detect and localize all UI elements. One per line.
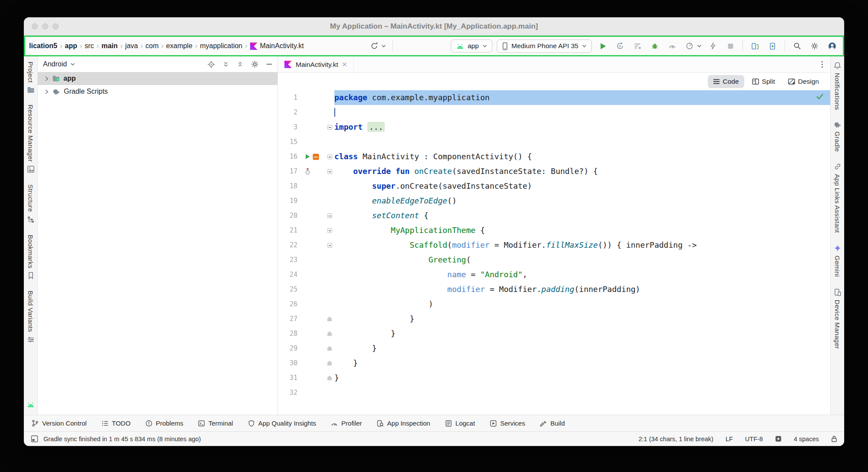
tool-button-build-variants[interactable]: Build Variants [27,291,35,344]
fold-marker[interactable] [325,311,334,326]
fold-open-icon[interactable] [327,169,332,174]
fold-close-icon[interactable] [327,361,332,366]
fold-open-icon[interactable] [327,125,332,130]
code-line[interactable]: 24 name = "Android", [278,267,830,282]
hide-icon[interactable] [266,63,272,65]
code-line[interactable]: 16<>class MainActivity : ComponentActivi… [278,149,830,164]
code-line[interactable]: 22 Scaffold(modifier = Modifier.fillMaxS… [278,238,830,252]
code-line[interactable]: 3import ... [278,120,830,134]
tool-button-gemini[interactable]: Gemini [834,244,842,277]
tool-button-gradle[interactable]: Gradle [833,121,842,152]
breadcrumb-item[interactable]: lication5 [27,41,59,51]
code-line[interactable]: 28 } [278,326,830,341]
fold-marker[interactable] [325,370,334,385]
tree-node-gradle-scripts[interactable]: Gradle Scripts [38,85,277,98]
minimize-window-button[interactable] [42,23,48,30]
fold-open-icon[interactable] [327,243,332,248]
debug-button[interactable] [648,39,661,52]
project-view-selector[interactable]: Android [43,60,75,68]
code-line[interactable]: 32 [278,385,830,400]
fold-close-icon[interactable] [327,331,332,336]
tool-window-button-build[interactable]: Build [540,420,564,427]
fold-open-icon[interactable] [327,213,332,218]
tool-button-bookmarks[interactable]: Bookmarks [27,235,34,280]
tool-button-resource-manager[interactable]: Resource Manager [27,105,35,173]
chevron-down-icon[interactable] [381,39,387,52]
code-editor[interactable]: 1package com.example.myapplication23impo… [278,90,830,415]
android-strip-button[interactable] [26,401,35,408]
tool-window-button-terminal[interactable]: Terminal [198,420,233,427]
readonly-lock[interactable] [831,435,837,442]
fold-open-icon[interactable] [327,154,332,159]
fold-marker[interactable] [325,341,334,356]
override-icon[interactable] [305,168,310,175]
run-icon[interactable] [305,154,310,160]
code-line[interactable]: 30 } [278,356,830,370]
tool-button-structure[interactable]: Structure [27,184,35,223]
tool-windows-icon[interactable] [31,435,38,442]
breadcrumb-item[interactable]: example [165,41,194,51]
tool-button-device-manager[interactable]: Device Manager [834,288,842,349]
running-devices-button[interactable] [766,39,779,52]
more-options-icon[interactable] [819,56,825,72]
line-separator[interactable]: LF [726,436,733,442]
search-everywhere-button[interactable] [791,39,804,52]
inspection-check-icon[interactable] [816,94,823,99]
profiler-button[interactable] [683,39,696,52]
run-button[interactable] [596,39,609,52]
code-line[interactable]: 15 [278,134,830,149]
view-mode-code[interactable]: Code [708,75,744,88]
breadcrumb-item[interactable]: app [63,41,79,51]
indent-style[interactable]: 4 spaces [794,436,819,442]
tool-button-notifications[interactable]: Notifications [834,62,841,110]
tool-window-button-app-inspection[interactable]: App Inspection [377,420,430,427]
breadcrumb-item[interactable]: myapplication [198,41,244,51]
breadcrumb-item[interactable]: src [83,41,96,51]
fold-close-icon[interactable] [327,376,332,380]
sync-project-button[interactable] [368,39,381,52]
account-button[interactable] [825,39,838,52]
close-window-button[interactable] [32,23,38,30]
fold-marker[interactable] [325,120,334,134]
editor-tab[interactable]: MainActivity.kt [278,56,354,72]
tool-window-button-todo[interactable]: TODO [102,420,131,427]
close-tab-icon[interactable] [342,62,347,67]
run-config-dropdown[interactable]: app [451,39,492,52]
profile-low-overhead-button[interactable] [706,39,719,52]
status-indicator[interactable] [775,436,782,442]
apply-changes-button[interactable] [614,39,627,52]
tool-window-button-profiler[interactable]: Profiler [331,420,362,427]
tool-window-button-services[interactable]: Services [490,420,525,427]
fold-marker[interactable] [325,238,334,252]
view-mode-split[interactable]: Split [747,75,780,88]
expand-all-icon[interactable] [222,61,229,68]
device-selector-dropdown[interactable]: Medium Phone API 35 [497,39,592,53]
settings-gear-icon[interactable] [251,60,259,68]
fold-marker[interactable] [325,164,334,179]
breadcrumb-item[interactable]: com [144,41,160,51]
code-line[interactable]: 27 } [278,311,830,326]
fold-close-icon[interactable] [327,317,332,321]
breadcrumb-item[interactable]: java [123,41,139,51]
stop-button[interactable] [724,39,737,52]
file-encoding[interactable]: UTF-8 [745,436,763,442]
fold-close-icon[interactable] [327,346,332,351]
tool-button-app-links-assistant[interactable]: App Links Assistant [834,163,842,233]
tool-button-project[interactable]: Project [27,62,35,93]
caret-position[interactable]: 2:1 (34 chars, 1 line break) [638,436,713,442]
locate-icon[interactable] [208,61,215,68]
code-line[interactable]: 31} [278,370,830,385]
fold-marker[interactable] [325,356,334,370]
code-line[interactable]: 1package com.example.myapplication [278,90,830,105]
collapse-all-icon[interactable] [237,61,244,68]
fold-marker[interactable] [325,223,334,238]
code-line[interactable]: 2 [278,105,830,120]
view-mode-design[interactable]: Design [783,75,824,88]
tool-window-button-problems[interactable]: Problems [145,420,183,427]
fold-marker[interactable] [325,208,334,223]
code-line[interactable]: 19 enableEdgeToEdge() [278,193,830,208]
tool-window-button-version-control[interactable]: Version Control [32,420,87,427]
tool-window-button-app-quality-insights[interactable]: App Quality Insights [248,420,316,427]
device-mirroring-button[interactable] [749,39,762,52]
zoom-window-button[interactable] [53,23,59,30]
